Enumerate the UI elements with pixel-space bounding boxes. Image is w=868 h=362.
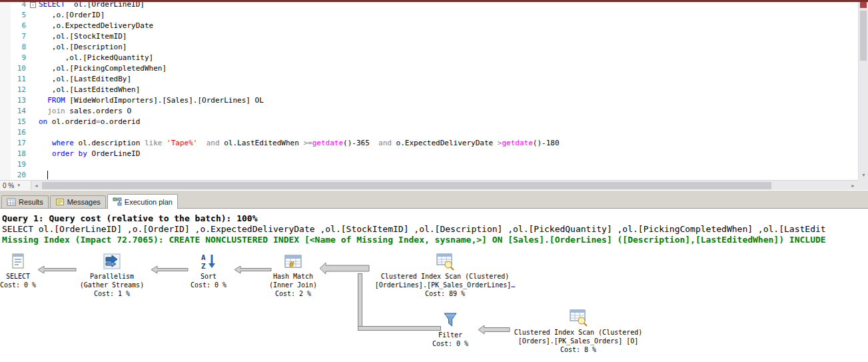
fold-margin [29,43,39,53]
code-line[interactable]: 12 ,ol.[LastEditedWhen] [0,85,858,96]
tab-results[interactable]: Results [1,195,49,208]
top-border [0,0,868,2]
node-cost: Cost: 8 % [502,345,655,354]
indicator-margin [0,107,11,117]
plan-node-select[interactable]: SELECTCost: 0 % [0,252,41,289]
svg-text:#: # [289,259,294,269]
plan-arrow-parallelism-to-select[interactable] [38,265,77,277]
node-label: Clustered Index Scan (Clustered) [502,328,655,337]
code-line[interactable]: 19 [0,160,858,171]
zoom-value: 0 % [3,182,14,189]
node-label: [Orders].[PK_Sales_Orders] [O] [502,337,655,345]
scroll-marker [860,2,867,8]
tab-messages[interactable]: Messages [50,195,106,208]
code-line[interactable]: 13 FROM [WideWorldImporters].[Sales].[Or… [0,96,858,107]
zoom-control[interactable]: 0 % ▼ [0,181,31,190]
indicator-margin [0,128,11,139]
horizontal-scroll-thumb[interactable] [42,182,771,189]
node-label: (Gather Streams) [72,281,152,289]
sort-icon: AZ [182,252,235,272]
code-line[interactable]: 16 [0,128,858,139]
node-cost: Cost: 1 % [72,289,152,298]
tab-execution-plan[interactable]: Execution plan [107,194,178,209]
line-number[interactable]: 10 [11,64,29,75]
scroll-left-arrow-icon[interactable]: ◄ [31,181,41,191]
node-cost: Cost: 0 % [0,281,41,289]
tab-label: Results [19,198,43,206]
line-number[interactable]: 5 [11,11,29,21]
node-cost: Cost: 89 % [368,289,522,298]
plan-node-sort[interactable]: AZSortCost: 0 % [182,252,235,289]
node-label: Sort [182,272,235,281]
indicator-margin [0,171,11,180]
fold-margin [29,21,39,32]
line-number[interactable]: 9 [11,53,29,64]
line-number[interactable]: 15 [11,117,29,128]
scroll-down-arrow-icon[interactable]: ▼ [859,171,868,180]
clustered-index-scan-icon [502,308,655,328]
plan-node-scan-orderlines[interactable]: Clustered Index Scan (Clustered)[OrderLi… [368,252,522,298]
code-line[interactable]: 10 ,ol.[PickingCompletedWhen] [0,64,858,75]
scroll-right-arrow-icon[interactable]: ► [848,181,858,191]
plan-node-hash-match[interactable]: #Hash Match(Inner Join)Cost: 2 % [256,252,330,298]
line-number[interactable]: 7 [11,32,29,43]
code-text: order by OrderLineID [39,149,858,160]
hash-match-icon: # [256,252,330,272]
line-number[interactable]: 11 [11,75,29,85]
code-text: ,ol.[StockItemID] [39,32,858,43]
code-text: ,ol.[LastEditedBy] [39,75,858,85]
code-line[interactable]: 14 join sales.orders O [0,107,858,117]
code-text: FROM [WideWorldImporters].[Sales].[Order… [39,96,858,107]
line-number[interactable]: 16 [11,128,29,139]
code-line[interactable]: 7 ,ol.[StockItemID] [0,32,858,43]
filter-icon [424,311,477,331]
fold-margin [29,171,39,180]
code-text: ,o.ExpectedDeliveryDate [39,21,858,32]
node-label: Parallelism [72,272,152,281]
fold-collapse-box[interactable]: - [30,2,36,8]
indicator-margin [0,64,11,75]
editor-vertical-scrollbar[interactable]: ▲ ▼ [858,0,868,180]
indicator-margin [0,96,11,107]
plan-diagram: SELECTCost: 0 %Parallelism(Gather Stream… [0,209,868,362]
code-line[interactable]: 6 ,o.ExpectedDeliveryDate [0,21,858,32]
clustered-index-scan-icon [368,252,522,272]
node-label: Clustered Index Scan (Clustered) [368,272,522,281]
code-line[interactable]: 8 ,ol.[Description] [0,43,858,53]
line-number[interactable]: 20 [11,171,29,180]
editor-horizontal-scrollbar[interactable]: ◄ ► [31,181,858,190]
result-icon [0,252,41,272]
plan-arrow-filter-to-hash-match-vertical[interactable] [358,273,362,331]
code-text: ,ol.[PickedQuantity] [39,53,858,64]
sql-editor[interactable]: 4-SELECT ol.[OrderLineID]5 ,o.[OrderID]6… [0,0,858,180]
line-number[interactable]: 8 [11,43,29,53]
code-line[interactable]: 18 order by OrderLineID [0,149,858,160]
plan-node-parallelism[interactable]: Parallelism(Gather Streams)Cost: 1 % [72,252,152,298]
indicator-margin [0,160,11,171]
indicator-margin [0,75,11,85]
code-text: ,ol.[Description] [39,43,858,53]
fold-margin [29,53,39,64]
code-line[interactable]: 11 ,ol.[LastEditedBy] [0,75,858,85]
code-line[interactable]: 17 where ol.description like 'Tape%' and… [0,139,858,149]
line-number[interactable]: 6 [11,21,29,32]
results-grid-icon [7,197,16,207]
code-line[interactable]: 9 ,ol.[PickedQuantity] [0,53,858,64]
plan-node-scan-orders[interactable]: Clustered Index Scan (Clustered)[Orders]… [502,308,655,354]
line-number[interactable]: 12 [11,85,29,96]
code-line[interactable]: 15on ol.orderid=o.orderid [0,117,858,128]
line-number[interactable]: 17 [11,139,29,149]
code-line[interactable]: 20 [0,171,858,180]
parallelism-icon [72,252,152,272]
chevron-down-icon: ▼ [17,183,21,187]
line-number[interactable]: 13 [11,96,29,107]
line-number[interactable]: 19 [11,160,29,171]
line-number[interactable]: 14 [11,107,29,117]
plan-node-filter[interactable]: FilterCost: 0 % [424,311,477,348]
execution-plan-pane: Query 1: Query cost (relative to the bat… [0,209,868,362]
vertical-scroll-thumb[interactable] [860,11,867,61]
indicator-margin [0,32,11,43]
code-line[interactable]: 5 ,o.[OrderID] [0,11,858,21]
node-label: Filter [424,331,477,339]
line-number[interactable]: 18 [11,149,29,160]
